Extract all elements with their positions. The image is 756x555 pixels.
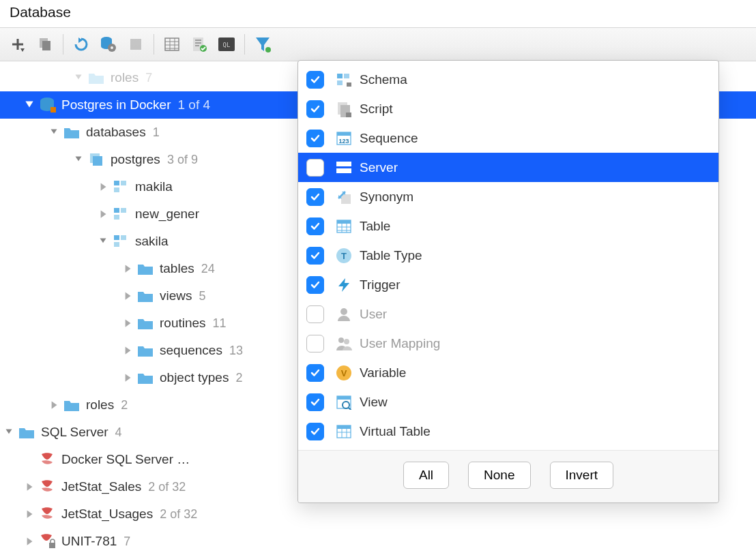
filter-popup: SchemaScript123SequenceServerSynonymTabl… (297, 60, 719, 503)
expand-arrow-icon[interactable] (72, 153, 85, 166)
copy-button[interactable] (31, 31, 59, 58)
console-button[interactable]: QL (213, 31, 240, 58)
schema-icon (112, 178, 130, 196)
view-icon (335, 393, 353, 411)
datasource-properties-button[interactable] (95, 31, 122, 58)
filter-item-label: Table (360, 219, 390, 234)
svg-rect-29 (93, 156, 102, 166)
svg-rect-54 (344, 74, 349, 78)
collapse-arrow-icon[interactable] (97, 208, 109, 220)
svg-rect-37 (114, 215, 119, 220)
collapse-arrow-icon[interactable] (23, 535, 35, 548)
new-button[interactable] (4, 31, 31, 58)
checkbox[interactable] (306, 217, 324, 235)
tree-count: 5 (199, 289, 206, 303)
svg-rect-33 (114, 188, 119, 192)
svg-marker-50 (27, 510, 33, 518)
collapse-arrow-icon[interactable] (23, 508, 35, 520)
invert-button[interactable]: Invert (550, 462, 614, 489)
filter-item-view[interactable]: View (298, 387, 718, 417)
svg-point-79 (340, 308, 347, 315)
checkbox[interactable] (306, 130, 324, 147)
svg-marker-45 (126, 346, 131, 354)
tree-spacer (23, 453, 35, 466)
checkbox[interactable] (306, 423, 324, 440)
collapse-arrow-icon[interactable] (23, 481, 35, 493)
panel-title: Database (0, 0, 756, 27)
tree-label: postgres (111, 152, 160, 167)
usermap-icon (335, 335, 353, 352)
tree-count: 11 (213, 316, 227, 331)
filter-item-label: Server (360, 160, 398, 175)
collapse-arrow-icon[interactable] (121, 372, 134, 384)
tree-node-unit[interactable]: UNIT-781 7 (0, 528, 756, 555)
filter-item-server[interactable]: Server (298, 153, 718, 182)
filter-item-sequence[interactable]: 123Sequence (298, 123, 718, 153)
table-button[interactable] (158, 31, 186, 58)
tree-label: sequences (160, 343, 222, 358)
collapse-arrow-icon[interactable] (72, 72, 85, 84)
collapse-arrow-icon[interactable] (121, 290, 134, 302)
filter-item-label: View (360, 395, 388, 410)
filter-item-user-mapping[interactable]: User Mapping (298, 329, 718, 358)
svg-rect-89 (337, 425, 351, 429)
folder-icon (63, 396, 81, 414)
sqlserver-lock-icon (38, 532, 56, 550)
tree-count: 13 (229, 344, 243, 358)
checkbox[interactable] (306, 100, 324, 118)
postgres-icon (38, 96, 56, 114)
svg-rect-59 (346, 112, 351, 117)
collapse-arrow-icon[interactable] (97, 181, 109, 193)
expand-arrow-icon[interactable] (97, 235, 109, 247)
svg-rect-41 (114, 242, 119, 247)
checkbox[interactable] (306, 305, 324, 323)
none-button[interactable]: None (468, 462, 530, 489)
filter-button[interactable] (249, 31, 276, 58)
collapse-arrow-icon[interactable] (121, 344, 134, 357)
svg-point-8 (111, 46, 113, 49)
checkbox[interactable] (306, 393, 324, 411)
collapse-arrow-icon[interactable] (121, 317, 134, 329)
checkbox[interactable] (306, 71, 324, 89)
filter-item-label: Variable (360, 365, 406, 380)
filter-item-label: Trigger (360, 278, 400, 292)
checkbox[interactable] (306, 247, 324, 265)
filter-item-script[interactable]: Script (298, 94, 718, 123)
checkbox[interactable] (306, 276, 324, 294)
collapse-arrow-icon[interactable] (48, 399, 60, 411)
tree-count: 1 (153, 125, 160, 140)
filter-item-label: Virtual Table (360, 424, 431, 439)
filter-item-virtual-table[interactable]: Virtual Table (298, 417, 718, 446)
filter-item-variable[interactable]: VVariable (298, 358, 718, 387)
filter-item-user[interactable]: User (298, 299, 718, 329)
ddl-button[interactable] (186, 31, 213, 58)
svg-marker-78 (338, 278, 349, 292)
checkbox[interactable] (306, 159, 324, 177)
table-icon (335, 217, 353, 235)
tree-node-jsusage[interactable]: JetStat_Usages 2 of 32 (0, 500, 756, 528)
tree-count: 4 (115, 425, 122, 440)
svg-marker-30 (101, 183, 106, 190)
collapse-arrow-icon[interactable] (121, 262, 134, 275)
refresh-button[interactable] (68, 31, 95, 58)
expand-arrow-icon[interactable] (3, 426, 15, 438)
checkbox[interactable] (306, 188, 324, 206)
stop-button[interactable] (122, 31, 149, 58)
svg-marker-26 (51, 130, 57, 134)
filter-item-table[interactable]: Table (298, 211, 718, 241)
filter-item-table-type[interactable]: TTable Type (298, 241, 718, 270)
filter-item-schema[interactable]: Schema (298, 65, 718, 94)
filter-item-trigger[interactable]: Trigger (298, 270, 718, 299)
svg-marker-47 (52, 401, 57, 408)
filter-item-synonym[interactable]: Synonym (298, 182, 718, 211)
svg-rect-55 (337, 80, 343, 85)
all-button[interactable]: All (403, 462, 449, 489)
tabletype-icon: T (335, 247, 353, 265)
tree-label: UNIT-781 (61, 534, 117, 549)
filter-item-label: User (360, 307, 387, 322)
checkbox[interactable] (306, 364, 324, 382)
expand-arrow-icon[interactable] (48, 126, 60, 138)
expand-arrow-icon[interactable] (23, 99, 35, 111)
checkbox[interactable] (306, 335, 324, 352)
svg-marker-51 (27, 537, 33, 545)
